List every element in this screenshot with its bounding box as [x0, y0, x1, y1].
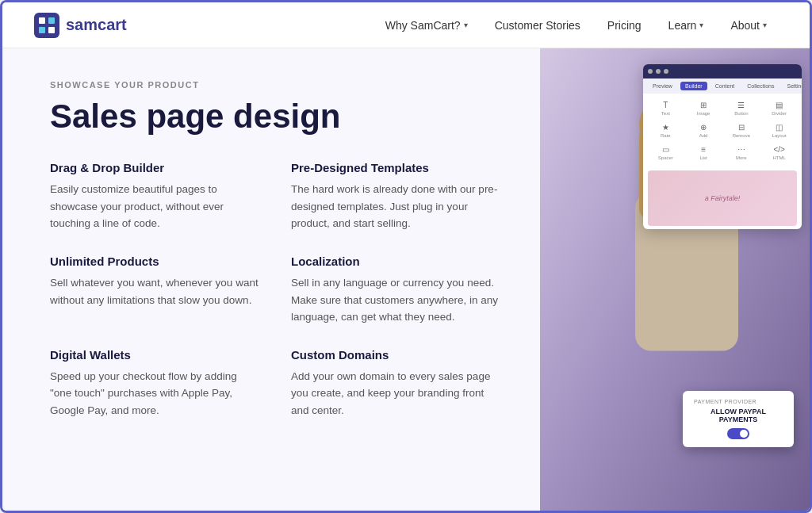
- feature-desc: Easily customize beautiful pages to show…: [50, 181, 259, 232]
- ui-icon-more: ⋯More: [724, 143, 760, 163]
- ui-preview-image: a Fairytale!: [648, 170, 797, 226]
- ui-icon-text: TText: [648, 98, 684, 118]
- feature-desc: The hard work is already done with our p…: [291, 181, 500, 232]
- payment-popup-label: Payment Provider: [694, 399, 783, 404]
- ui-icon-add: ⊕Add: [686, 121, 722, 140]
- payment-popup: Payment Provider ALLOW PAYPAL PAYMENTS: [683, 391, 794, 447]
- ui-icon-divider: ▤Divider: [761, 98, 797, 118]
- feature-title: Localization: [291, 255, 500, 268]
- main-content: SHOWCASE YOUR PRODUCT Sales page design …: [2, 48, 810, 511]
- feature-desc: Sell in any language or currency you nee…: [291, 274, 500, 326]
- ui-builder-overlay: Preview Builder Content Collections Sett…: [643, 64, 802, 229]
- chevron-down-icon: ▾: [464, 21, 468, 29]
- svg-rect-1: [39, 17, 45, 24]
- brand-name: samcart: [66, 16, 127, 34]
- svg-rect-0: [34, 13, 59, 38]
- payment-popup-title: ALLOW PAYPAL PAYMENTS: [694, 408, 783, 423]
- nav-item-pricing[interactable]: Pricing: [596, 13, 653, 38]
- feature-digital-wallets: Digital Wallets Speed up your checkout f…: [50, 348, 259, 419]
- feature-templates: Pre-Designed Templates The hard work is …: [291, 161, 500, 232]
- feature-desc: Speed up your checkout flow by adding "o…: [50, 368, 259, 419]
- ui-icon-list: ≡List: [686, 143, 722, 163]
- feature-drag-drop: Drag & Drop Builder Easily customize bea…: [50, 161, 259, 232]
- ui-icon-layout: ◫Layout: [761, 121, 797, 140]
- ui-icon-star: ★Rate: [648, 121, 684, 140]
- ui-tabs-bar: Preview Builder Content Collections Sett…: [643, 78, 802, 94]
- feature-title: Unlimited Products: [50, 255, 259, 268]
- chevron-down-icon: ▾: [699, 21, 703, 29]
- features-grid: Drag & Drop Builder Easily customize bea…: [50, 161, 500, 419]
- ui-icon-button: ☰Button: [724, 98, 760, 118]
- feature-title: Pre-Designed Templates: [291, 161, 500, 174]
- feature-title: Custom Domains: [291, 348, 500, 362]
- ui-icon-remove: ⊟Remove: [724, 121, 760, 140]
- paypal-toggle-row: [694, 428, 783, 439]
- ui-tab-builder: Builder: [680, 82, 707, 90]
- nav-item-learn[interactable]: Learn ▾: [657, 13, 715, 38]
- ui-tab-content: Content: [710, 82, 740, 90]
- feature-title: Digital Wallets: [50, 348, 259, 362]
- toggle-thumb: [740, 430, 748, 438]
- logo-icon: [34, 13, 59, 38]
- hero-image-panel: Preview Builder Content Collections Sett…: [540, 48, 810, 511]
- header: samcart Why SamCart? ▾ Customer Stories …: [2, 2, 810, 48]
- main-nav: Why SamCart? ▾ Customer Stories Pricing …: [374, 13, 778, 38]
- nav-item-about[interactable]: About ▾: [719, 13, 778, 38]
- nav-item-why-samcart[interactable]: Why SamCart? ▾: [374, 13, 479, 38]
- hero-image: Preview Builder Content Collections Sett…: [540, 48, 810, 511]
- ui-tab-collections: Collections: [742, 82, 779, 90]
- feature-localization: Localization Sell in any language or cur…: [291, 255, 500, 326]
- ui-icon-spacer: ▭Spacer: [648, 143, 684, 163]
- ui-tab-preview: Preview: [648, 82, 677, 90]
- paypal-toggle[interactable]: [727, 428, 749, 439]
- content-area: SHOWCASE YOUR PRODUCT Sales page design …: [2, 48, 540, 511]
- chevron-down-icon: ▾: [763, 21, 767, 29]
- ui-tab-settings: Settings: [782, 82, 802, 90]
- feature-desc: Sell whatever you want, whenever you wan…: [50, 274, 259, 308]
- window-dot: [648, 69, 653, 74]
- ui-icon-code: </>HTML: [761, 143, 797, 163]
- feature-unlimited-products: Unlimited Products Sell whatever you wan…: [50, 255, 259, 326]
- ui-icon-image: ⊞Image: [686, 98, 722, 118]
- svg-rect-4: [48, 27, 55, 33]
- ui-overlay-titlebar: [643, 64, 802, 78]
- window-dot: [656, 69, 661, 74]
- feature-desc: Add your own domain to every sales page …: [291, 368, 500, 419]
- nav-item-customer-stories[interactable]: Customer Stories: [484, 13, 592, 38]
- svg-rect-2: [48, 17, 55, 24]
- page-title: Sales page design: [50, 98, 500, 136]
- eyebrow-label: SHOWCASE YOUR PRODUCT: [50, 80, 500, 90]
- ui-icon-grid: TText ⊞Image ☰Button ▤Divider ★Rate ⊕Add…: [643, 94, 802, 167]
- feature-custom-domains: Custom Domains Add your own domain to ev…: [291, 348, 500, 419]
- window-dot: [664, 69, 668, 74]
- svg-rect-3: [39, 27, 45, 33]
- feature-title: Drag & Drop Builder: [50, 161, 259, 174]
- logo-area: samcart: [34, 13, 127, 38]
